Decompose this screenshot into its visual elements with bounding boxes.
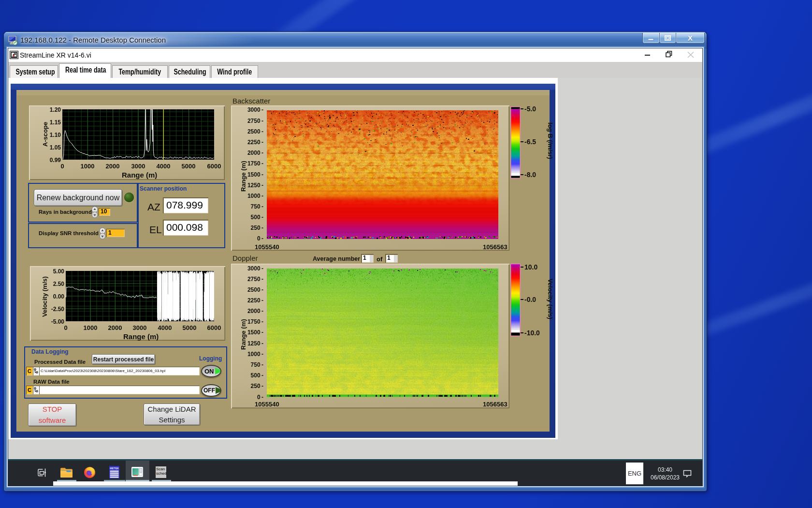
svg-text:-0.0: -0.0: [524, 296, 536, 303]
svg-text:-5.0: -5.0: [524, 106, 536, 113]
svg-text:Velocity (m/s): Velocity (m/s): [547, 279, 554, 319]
svg-text:log B (/m/sr): log B (/m/sr): [547, 122, 554, 159]
svg-text:METEK: METEK: [110, 467, 119, 470]
svg-text:-8.0: -8.0: [524, 171, 536, 179]
svg-text:-6.5: -6.5: [524, 138, 536, 146]
svg-text:10.0: 10.0: [524, 264, 537, 271]
svg-text:-10.0: -10.0: [524, 329, 540, 337]
